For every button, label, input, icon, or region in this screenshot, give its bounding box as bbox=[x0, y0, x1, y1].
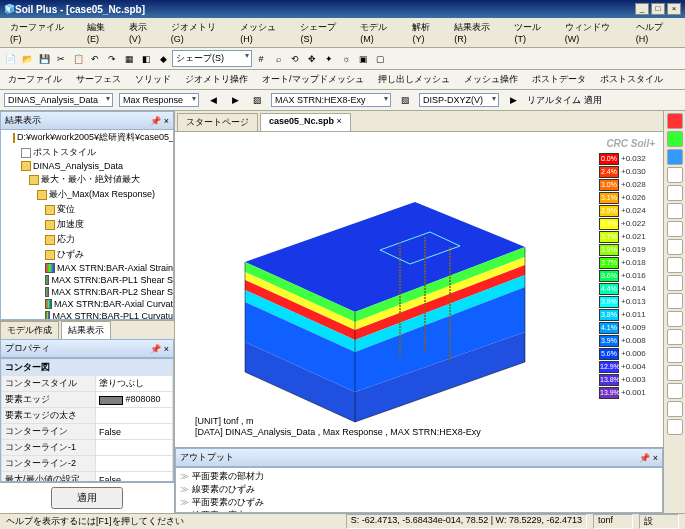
disp-dropdown[interactable]: DISP-DXYZ(V) bbox=[419, 93, 499, 107]
tree-strain-item[interactable]: MAX STRN:BAR-Axial Curvat bbox=[54, 299, 173, 309]
tree-poststyle[interactable]: ポストスタイル bbox=[33, 146, 96, 159]
view-tool-icon[interactable] bbox=[667, 275, 683, 291]
tree-strain-item[interactable]: MAX STRN:BAR-PL2 Shear S bbox=[51, 287, 173, 297]
view-tool-icon[interactable] bbox=[667, 365, 683, 381]
view-tool-icon[interactable] bbox=[667, 203, 683, 219]
cut-icon[interactable]: ✂ bbox=[53, 51, 69, 67]
tab-surface[interactable]: サーフェス bbox=[72, 72, 125, 87]
view-tool-icon[interactable] bbox=[667, 221, 683, 237]
prev-step-icon[interactable]: ◀ bbox=[205, 92, 221, 108]
analysis-data-dropdown[interactable]: DINAS_Analysis_Data bbox=[4, 93, 113, 107]
disp-icon[interactable]: ▧ bbox=[397, 92, 413, 108]
view-tool-green-icon[interactable] bbox=[667, 131, 683, 147]
save-icon[interactable]: 💾 bbox=[36, 51, 52, 67]
tab-start-page[interactable]: スタートページ bbox=[177, 113, 258, 131]
close-button[interactable]: × bbox=[667, 3, 681, 15]
shape-tool-icon[interactable]: ◆ bbox=[155, 51, 171, 67]
view-tool-icon[interactable] bbox=[667, 293, 683, 309]
tab-meshop[interactable]: メッシュ操作 bbox=[460, 72, 522, 87]
view-tool-red-icon[interactable] bbox=[667, 113, 683, 129]
view-tool-icon[interactable] bbox=[667, 401, 683, 417]
prop-value[interactable]: #808080 bbox=[96, 392, 173, 408]
prop-value[interactable]: 塗りつぶし bbox=[96, 376, 173, 392]
tree-disp[interactable]: 変位 bbox=[57, 203, 75, 216]
prop-group-header[interactable]: コンター図 bbox=[2, 360, 173, 376]
copy-icon[interactable]: 📋 bbox=[70, 51, 86, 67]
menu-file[interactable]: カーファイル(F) bbox=[4, 20, 81, 45]
light-icon[interactable]: ☼ bbox=[338, 51, 354, 67]
menu-window[interactable]: ウィンドウ(W) bbox=[559, 20, 630, 45]
tab-geomop[interactable]: ジオメトリ操作 bbox=[181, 72, 252, 87]
pan-icon[interactable]: ✥ bbox=[304, 51, 320, 67]
tree-accel[interactable]: 加速度 bbox=[57, 218, 84, 231]
tree-analysis[interactable]: DINAS_Analysis_Data bbox=[33, 161, 123, 171]
prop-value[interactable]: False bbox=[96, 472, 173, 483]
tree-root[interactable]: D:¥work¥work2005¥総研資料¥case05_Nc bbox=[17, 131, 174, 144]
view-tool-blue-icon[interactable] bbox=[667, 149, 683, 165]
3d-viewport[interactable]: CRC Soil+ bbox=[175, 132, 663, 447]
view-tool-icon[interactable] bbox=[667, 329, 683, 345]
new-icon[interactable]: 📄 bbox=[2, 51, 18, 67]
maximize-button[interactable]: □ bbox=[651, 3, 665, 15]
view-iso-icon[interactable]: ◧ bbox=[138, 51, 154, 67]
tab-model-create[interactable]: モデル作成 bbox=[0, 321, 59, 339]
tree-strain-item[interactable]: MAX STRN:BAR-PL1 Curvatu bbox=[52, 311, 173, 320]
view-front-icon[interactable]: ▦ bbox=[121, 51, 137, 67]
tab-automesh[interactable]: オート/マップドメッシュ bbox=[258, 72, 368, 87]
menu-geometry[interactable]: ジオメトリ(G) bbox=[165, 20, 235, 45]
property-grid[interactable]: コンター図 コンタースタイル塗りつぶし要素エッジ #808080要素エッジの太さ… bbox=[0, 358, 174, 482]
response-dropdown[interactable]: Max Response bbox=[119, 93, 199, 107]
undo-icon[interactable]: ↶ bbox=[87, 51, 103, 67]
menu-edit[interactable]: 編集(E) bbox=[81, 20, 123, 45]
tree-stress[interactable]: 応力 bbox=[57, 233, 75, 246]
tab-carfile[interactable]: カーファイル bbox=[4, 72, 66, 87]
tree-strain-item[interactable]: MAX STRN:BAR-Axial Strain bbox=[57, 263, 173, 273]
view-tool-icon[interactable] bbox=[667, 347, 683, 363]
tab-poststyle[interactable]: ポストスタイル bbox=[596, 72, 667, 87]
contour-icon[interactable]: ▨ bbox=[249, 92, 265, 108]
tab-solid[interactable]: ソリッド bbox=[131, 72, 175, 87]
tree-maxresp[interactable]: 最小_Max(Max Response) bbox=[49, 188, 155, 201]
view-tool-icon[interactable] bbox=[667, 311, 683, 327]
menu-view[interactable]: 表示(V) bbox=[123, 20, 165, 45]
panel-pin-icon[interactable]: 📌 × bbox=[150, 116, 169, 126]
view-tool-icon[interactable] bbox=[667, 185, 683, 201]
view-tool-icon[interactable] bbox=[667, 167, 683, 183]
tree-maxmin[interactable]: 最大・最小・絶対値最大 bbox=[41, 173, 140, 186]
prop-value[interactable] bbox=[96, 456, 173, 472]
menu-tool[interactable]: ツール(T) bbox=[508, 20, 558, 45]
prop-value[interactable]: False bbox=[96, 424, 173, 440]
menu-model[interactable]: モデル(M) bbox=[354, 20, 406, 45]
tab-model-file[interactable]: case05_Nc.spb × bbox=[260, 113, 351, 131]
open-icon[interactable]: 📂 bbox=[19, 51, 35, 67]
menu-help[interactable]: ヘルプ(H) bbox=[630, 20, 681, 45]
mesh-icon[interactable]: # bbox=[253, 51, 269, 67]
minimize-button[interactable]: _ bbox=[635, 3, 649, 15]
panel-pin-icon[interactable]: 📌 × bbox=[150, 344, 169, 354]
menu-result[interactable]: 結果表示(R) bbox=[448, 20, 508, 45]
view-tool-icon[interactable] bbox=[667, 419, 683, 435]
tab-result-display[interactable]: 結果表示 bbox=[61, 321, 111, 339]
prop-value[interactable] bbox=[96, 440, 173, 456]
prop-value[interactable] bbox=[96, 408, 173, 424]
tree-strain-item[interactable]: MAX STRN:BAR-PL1 Shear S bbox=[51, 275, 173, 285]
next-step-icon[interactable]: ▶ bbox=[227, 92, 243, 108]
redo-icon[interactable]: ↷ bbox=[104, 51, 120, 67]
output-body[interactable]: 平面要素の部材力線要素のひずみ平面要素のひずみ線要素の応力平面要素の応力速度変位 bbox=[175, 467, 663, 513]
tab-postdata[interactable]: ポストデータ bbox=[528, 72, 590, 87]
zoom-fit-icon[interactable]: ⌕ bbox=[270, 51, 286, 67]
apply-button[interactable]: 適用 bbox=[51, 487, 123, 509]
realtime-label[interactable]: リアルタイム 適用 bbox=[527, 94, 602, 107]
strain-dropdown[interactable]: MAX STRN:HEX8-Exy bbox=[271, 93, 391, 107]
axis-icon[interactable]: ✦ bbox=[321, 51, 337, 67]
wire-icon[interactable]: ▢ bbox=[372, 51, 388, 67]
panel-pin-icon[interactable]: 📌 × bbox=[639, 453, 658, 463]
shade-icon[interactable]: ▣ bbox=[355, 51, 371, 67]
tree-strain[interactable]: ひずみ bbox=[57, 248, 84, 261]
tab-extrude[interactable]: 押し出しメッシュ bbox=[374, 72, 454, 87]
view-tool-icon[interactable] bbox=[667, 383, 683, 399]
menu-analysis[interactable]: 解析(Y) bbox=[406, 20, 448, 45]
rotate-icon[interactable]: ⟲ bbox=[287, 51, 303, 67]
view-tool-icon[interactable] bbox=[667, 257, 683, 273]
result-tree[interactable]: D:¥work¥work2005¥総研資料¥case05_Nc ポストスタイル … bbox=[0, 130, 174, 320]
